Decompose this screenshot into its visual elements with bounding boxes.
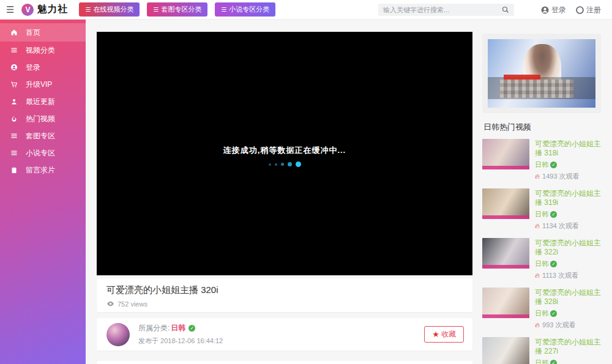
- check-badge-icon: ✓: [550, 261, 557, 267]
- user-icon: [541, 6, 549, 14]
- novel-zone-category-button[interactable]: ☰ 小说专区分类: [215, 2, 275, 17]
- sidebar-item-label: 小说专区: [26, 148, 55, 158]
- hot-video-category: 日韩: [535, 358, 548, 364]
- video-thumbnail[interactable]: [482, 139, 529, 169]
- sidebar-item-label: 套图专区: [26, 131, 55, 141]
- favorite-label: 收藏: [441, 329, 456, 340]
- ad-banner[interactable]: [482, 34, 601, 113]
- views-count: 752 views: [118, 300, 147, 308]
- hamburger-icon[interactable]: ☰: [6, 4, 14, 15]
- sidebar-item-login[interactable]: 登录: [0, 59, 86, 76]
- register-label: 注册: [586, 5, 601, 15]
- hot-videos-heading: 日韩热门视频: [483, 122, 601, 133]
- sidebar-item-label: 留言求片: [26, 165, 55, 176]
- sidebar-item-message-request[interactable]: 留言求片: [0, 162, 86, 179]
- site-logo[interactable]: V 魅力社: [21, 3, 68, 16]
- player-loading: 连接成功,稍等数据正在缓冲中...: [97, 145, 472, 167]
- sidebar-item-video-categories[interactable]: 视频分类: [0, 42, 86, 59]
- sidebar-item-upgrade-vip[interactable]: 升级VIP: [0, 76, 86, 93]
- sidebar-nav: 首页 视频分类 登录 升级VIP 最近更新 热门视频 套图专区: [0, 20, 86, 364]
- sidebar-item-label: 热门视频: [26, 114, 55, 124]
- video-views: 752 views: [106, 300, 463, 308]
- category-value[interactable]: 日韩: [171, 323, 185, 333]
- online-video-category-button[interactable]: ☰ 在线视频分类: [79, 2, 140, 17]
- publish-date: 发布于 2018-12-06 16:44:12: [138, 336, 223, 346]
- sidebar-item-novel-zone[interactable]: 小说专区: [0, 144, 86, 162]
- hot-video-views: 993 次观看: [542, 321, 575, 330]
- hot-video-item[interactable]: 可爱漂亮的小姐姐主播 319i 日韩✓ 🔥︎1134 次观看: [482, 188, 601, 231]
- sidebar-item-home[interactable]: 首页: [0, 23, 86, 42]
- sidebar-item-recent-updates[interactable]: 最近更新: [0, 93, 86, 110]
- hot-video-category: 日韩: [535, 210, 548, 219]
- list-icon: [10, 132, 18, 140]
- clipboard-icon: [10, 166, 18, 174]
- sidebar-item-label: 最近更新: [26, 97, 55, 107]
- hot-video-title[interactable]: 可爱漂亮的小姐姐主播 227i: [535, 338, 601, 356]
- home-icon: [10, 28, 18, 37]
- sidebar-item-photo-zone[interactable]: 套图专区: [0, 127, 86, 144]
- hot-video-category: 日韩: [535, 160, 548, 169]
- search-icon[interactable]: [502, 6, 509, 13]
- register-icon: [576, 6, 584, 14]
- check-badge-icon: ✓: [550, 211, 557, 218]
- menu-icon: ☰: [153, 6, 159, 13]
- list-icon: [10, 149, 18, 157]
- category-nav: ☰ 在线视频分类 ☰ 套图专区分类 ☰ 小说专区分类: [79, 2, 275, 17]
- video-meta-card: 所属分类: 日韩 ✓ 发布于 2018-12-06 16:44:12 ★ 收藏: [97, 318, 472, 351]
- hot-video-item[interactable]: 可爱漂亮的小姐姐主播 322i 日韩✓ 🔥︎1113 次观看: [482, 238, 601, 280]
- video-thumbnail[interactable]: [482, 238, 529, 269]
- sidebar-item-label: 升级VIP: [26, 80, 52, 90]
- menu-icon: ☰: [85, 6, 91, 13]
- check-badge-icon: ✓: [550, 162, 557, 168]
- nav-button-label: 小说专区分类: [229, 5, 269, 14]
- meta-text: 所属分类: 日韩 ✓ 发布于 2018-12-06 16:44:12: [138, 323, 223, 346]
- hot-video-title[interactable]: 可爱漂亮的小姐姐主播 328i: [535, 288, 601, 306]
- hot-video-title[interactable]: 可爱漂亮的小姐姐主播 319i: [535, 189, 601, 207]
- hot-video-title[interactable]: 可爱漂亮的小姐姐主播 322i: [535, 239, 601, 257]
- search-input[interactable]: [378, 6, 502, 13]
- sidebar-item-hot-videos[interactable]: 热门视频: [0, 110, 86, 127]
- loading-message: 连接成功,稍等数据正在缓冲中...: [97, 145, 472, 156]
- nav-button-label: 在线视频分类: [93, 5, 133, 14]
- ad-image: [488, 39, 595, 108]
- video-title: 可爱漂亮的小姐姐主播 320i: [106, 284, 463, 296]
- hot-video-views: 1134 次观看: [542, 221, 579, 231]
- sidebar-item-label: 登录: [26, 62, 40, 73]
- user-icon: [10, 63, 18, 72]
- check-badge-icon: ✓: [550, 310, 557, 317]
- star-icon: ★: [432, 330, 439, 339]
- photo-zone-category-button[interactable]: ☰ 套图专区分类: [147, 2, 207, 17]
- favorite-button[interactable]: ★ 收藏: [424, 326, 464, 343]
- eye-icon: [106, 300, 114, 308]
- search-bar: [378, 4, 514, 16]
- video-thumbnail[interactable]: [482, 288, 529, 318]
- video-thumbnail[interactable]: [482, 188, 529, 219]
- check-badge-icon: ✓: [188, 325, 195, 332]
- logo-badge: V: [21, 4, 34, 16]
- register-link[interactable]: 注册: [576, 5, 601, 15]
- video-thumbnail[interactable]: [482, 337, 529, 364]
- flame-icon: [10, 114, 18, 123]
- hot-video-item[interactable]: 可爱漂亮的小姐姐主播 227i 日韩✓ 🔥︎957 次观看: [482, 337, 601, 364]
- hot-video-item[interactable]: 可爱漂亮的小姐姐主播 328i 日韩✓ 🔥︎993 次观看: [482, 288, 601, 330]
- login-link[interactable]: 登录: [541, 5, 566, 15]
- loading-dots: [97, 162, 472, 167]
- ad-mosaic-censor: [500, 80, 573, 98]
- next-section-card: [97, 361, 472, 364]
- site-title: 魅力社: [37, 3, 68, 16]
- list-icon: [10, 46, 18, 54]
- hot-video-views: 1113 次观看: [542, 271, 578, 280]
- video-info-card: 可爱漂亮的小姐姐主播 320i 752 views: [97, 278, 472, 312]
- video-player[interactable]: 连接成功,稍等数据正在缓冲中...: [97, 32, 472, 275]
- nav-button-label: 套图专区分类: [161, 5, 201, 14]
- check-badge-icon: ✓: [550, 360, 557, 364]
- uploader-avatar[interactable]: [106, 323, 130, 346]
- menu-icon: ☰: [221, 6, 226, 13]
- hot-video-category: 日韩: [535, 259, 548, 269]
- main-content: 连接成功,稍等数据正在缓冲中... 可爱漂亮的小姐姐主播 320i 752 vi…: [97, 32, 472, 364]
- sidebar-item-label: 视频分类: [26, 45, 55, 56]
- flame-icon: 🔥︎: [535, 272, 540, 279]
- hot-video-title[interactable]: 可爱漂亮的小姐姐主播 318i: [535, 139, 601, 158]
- cart-icon: [10, 80, 18, 89]
- hot-video-item[interactable]: 可爱漂亮的小姐姐主播 318i 日韩✓ 🔥︎1493 次观看: [482, 139, 601, 181]
